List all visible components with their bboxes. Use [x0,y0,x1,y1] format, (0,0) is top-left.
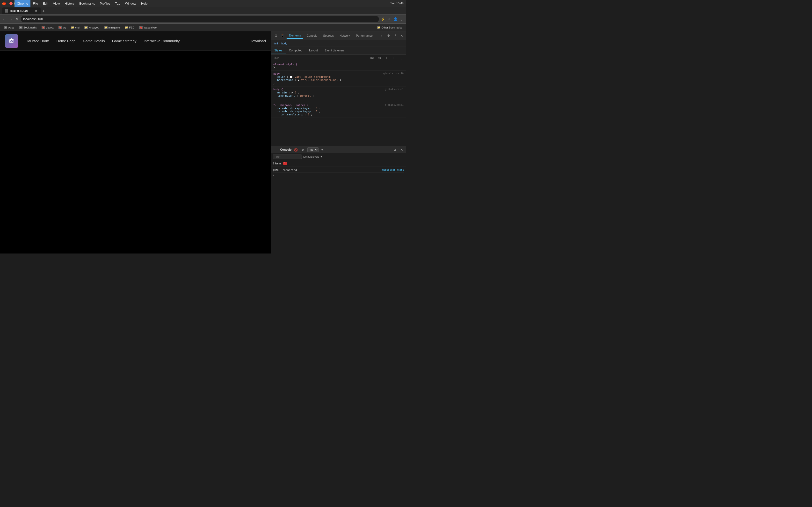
bookmark-qianxx[interactable]: 🔖 qianxx [40,25,56,30]
pseudo-hov-button[interactable]: :hov [369,56,375,60]
main-layout: 🏚 Haunted Dorm Home Page Game Details Ga… [0,32,406,253]
address-bar[interactable]: localhost:3001 [21,16,379,22]
bookmark-knowyou[interactable]: 📁 knowyou [83,25,101,30]
traffic-light-close[interactable] [9,2,12,5]
console-level-select[interactable]: Default levels ▼ [303,155,323,158]
devtools-tab-performance[interactable]: Performance [354,33,375,38]
css-prop-background[interactable]: background [277,78,293,81]
css-prop-tw-translate-x[interactable]: --tw-translate-x [277,113,303,116]
css-selector-element-style[interactable]: element.style { [273,63,297,66]
nav-refresh-button[interactable]: ↻ [14,17,19,21]
menu-tab[interactable]: Tab [113,0,122,7]
profile-button[interactable]: 👤 [393,17,398,21]
css-selector-body-2[interactable]: body { [273,88,283,91]
bookmark-other[interactable]: 📁 Other Bookmarks [375,25,404,30]
console-clear-button[interactable]: 🚫 [293,147,299,153]
css-value-margin[interactable]: 0 [295,91,297,94]
active-tab[interactable]: localhost:3001 ✕ [2,7,41,14]
menu-window[interactable]: Window [122,0,139,7]
console-filter-icon-button[interactable]: ⊘ [300,147,306,153]
css-source-before-after[interactable]: globals.css:1 [385,104,404,106]
devtools-device-button[interactable]: 📱 [280,33,286,39]
css-value-background[interactable]: var(--color-background) [301,78,338,81]
bookmark-bookmarks[interactable]: ★ Bookmarks [17,25,39,30]
console-close-button[interactable]: ✕ [399,147,404,152]
styles-filter-input[interactable] [273,56,367,59]
star-button[interactable]: ☆ [387,17,392,21]
new-tab-button[interactable]: + [41,8,46,14]
bookmark-apps[interactable]: ⊞ Apps [2,25,16,30]
css-prop-tw-border-x[interactable]: --tw-border-spacing-x [277,107,311,110]
more-style-options-button[interactable]: ⋮ [398,55,404,61]
nav-home-page[interactable]: Home Page [57,39,75,43]
nav-haunted-dorm[interactable]: Haunted Dorm [26,39,49,43]
console-filter-bar: Default levels ▼ [271,153,406,160]
css-source-body-2[interactable]: globals.css:1 [385,88,404,91]
bookmark-bookmarks-label: Bookmarks [23,26,37,29]
add-style-rule-button[interactable]: + [384,55,390,61]
nav-back-button[interactable]: ← [2,17,7,21]
styles-tab-event-listeners[interactable]: Event Listeners [321,47,348,54]
devtools-tab-sources[interactable]: Sources [321,33,336,38]
bookmark-minigame-label: minigame [108,26,120,29]
nav-game-details[interactable]: Game Details [83,39,105,43]
css-prop-margin[interactable]: margin [277,91,287,94]
menu-history[interactable]: History [62,0,77,7]
console-prompt[interactable]: > [273,173,404,178]
css-source-body-1[interactable]: globals.css:10 [383,72,404,75]
console-issue-badge[interactable]: 1 [283,162,287,165]
css-prop-tw-border-y[interactable]: --tw-border-spacing-y [277,110,311,113]
menu-file[interactable]: File [31,0,40,7]
menu-dots-button[interactable]: ⋮ [399,17,404,21]
css-prop-color[interactable]: color [277,75,285,78]
styles-tab-styles[interactable]: Styles [271,47,286,54]
css-selector-body-1[interactable]: body { [273,72,283,75]
css-value-color[interactable]: var(--color-foreground) [295,75,332,78]
css-value-lineheight[interactable]: inherit [300,94,311,97]
css-prop-lineheight[interactable]: line-height [277,94,295,97]
styles-tab-layout[interactable]: Layout [306,47,321,54]
nav-interactive-community[interactable]: Interactive Community [144,39,180,43]
devtools-inspect-button[interactable]: ⊡ [273,33,278,39]
devtools-tab-network[interactable]: Network [337,33,353,38]
console-eye-button[interactable]: 👁 [320,147,326,153]
console-hmr-source[interactable]: websocket.js:52 [382,169,404,171]
devtools-tab-console[interactable]: Console [304,33,320,38]
bookmark-wy[interactable]: 🔖 wy [57,25,68,30]
menu-help[interactable]: Help [139,0,150,7]
devtools-close-button[interactable]: ✕ [399,33,404,38]
console-hmr-message: [HMR] connected [273,169,380,172]
console-settings-button[interactable]: ⚙ [392,147,398,153]
menu-view[interactable]: View [51,0,62,7]
devtools-tab-elements[interactable]: Elements [286,33,303,39]
toggle-changes-button[interactable]: ⊟ [391,55,397,61]
apps-icon: ⊞ [4,26,7,29]
devtools-settings-button[interactable]: ⚙ [386,33,392,39]
css-value-tw-translate-x[interactable]: 0 [308,113,309,116]
breadcrumb-body[interactable]: body [281,42,287,45]
css-selector-before-after[interactable]: *, ::before, ::after { [273,104,309,107]
menu-profiles[interactable]: Profiles [97,0,113,7]
breadcrumb-html[interactable]: html [273,42,278,45]
devtools-more-tabs[interactable]: » [378,33,385,38]
menu-bookmarks[interactable]: Bookmarks [77,0,97,7]
styles-tab-computed[interactable]: Computed [286,47,306,54]
menu-edit[interactable]: Edit [40,0,51,7]
bookmark-fed[interactable]: 📁 FED [123,25,136,30]
extensions-button[interactable]: ⚡ [380,17,385,21]
bookmark-minigame[interactable]: 📁 minigame [102,25,122,30]
nav-forward-button[interactable]: → [8,17,13,21]
menu-chrome[interactable]: Chrome [14,0,31,7]
nav-download-button[interactable]: Download [250,39,266,43]
console-menu-button[interactable]: ⋮ [273,147,278,153]
console-filter-input[interactable] [273,155,302,159]
css-value-tw-border-y[interactable]: 0 [316,110,317,113]
devtools-more-options-button[interactable]: ⋮ [393,33,398,39]
nav-game-strategy[interactable]: Game Strategy [112,39,137,43]
pseudo-cls-button[interactable]: .cls [377,56,382,60]
tab-close-button[interactable]: ✕ [34,9,38,12]
css-value-tw-border-x[interactable]: 0 [316,107,317,110]
bookmark-cnd[interactable]: 📁 cnd [69,25,82,30]
console-context-select[interactable]: top [307,147,318,152]
bookmark-wappalyzer[interactable]: 🔖 Wappalyzer [137,25,159,30]
